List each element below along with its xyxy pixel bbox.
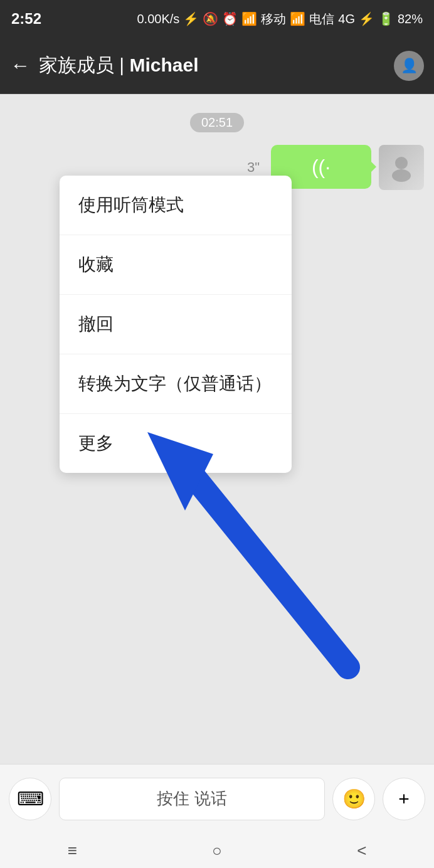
battery-percent: 82% [398,12,423,26]
signal-icon: 📶 [290,11,305,26]
timestamp-badge: 02:51 [0,113,434,132]
carrier1-label: 移动 [261,11,286,28]
nav-bar: ≡ ○ < [0,833,434,868]
emoji-icon: 🙂 [342,788,366,810]
avatar-silhouette-icon [386,152,417,183]
avatar-placeholder [379,145,424,190]
alarm-icon: ⏰ [222,11,238,26]
menu-item-revoke[interactable]: 撤回 [60,295,292,354]
status-icons: 0.00K/s ⚡ 🔕 ⏰ 📶 移动 📶 电信 4G ⚡ 🔋 82% [137,11,423,28]
silent-icon: 🔕 [203,11,218,26]
menu-item-convert[interactable]: 转换为文字（仅普通话） [60,354,292,414]
header: ← 家族成员 | Michael 👤 [0,38,434,94]
sender-avatar [379,145,424,190]
voice-input-button[interactable]: 按住 说话 [59,778,325,820]
network-speed: 0.00K/s [137,12,179,26]
menu-item-earpiece[interactable]: 使用听筒模式 [60,176,292,235]
bottom-bar: ⌨ 按住 说话 🙂 + [0,764,434,833]
back-button[interactable]: ← [10,54,30,77]
header-title-normal: 家族成员 [39,55,114,75]
header-title-bold: Michael [129,55,198,75]
header-title-separator: | [119,55,129,75]
svg-point-0 [395,157,408,169]
keyboard-icon: ⌨ [17,788,44,810]
wifi-icon: 📶 [241,11,257,26]
avatar-icon: 👤 [401,58,418,74]
network-type: 4G [338,12,355,26]
svg-point-1 [392,169,411,182]
nav-menu-button[interactable]: ≡ [68,841,77,860]
status-bar: 2:52 0.00K/s ⚡ 🔕 ⏰ 📶 移动 📶 电信 4G ⚡ 🔋 82% [0,0,434,38]
header-title: 家族成员 | Michael [39,53,394,78]
timestamp-label: 02:51 [190,113,244,132]
menu-item-more[interactable]: 更多 [60,414,292,473]
status-time: 2:52 [11,10,41,28]
emoji-button[interactable]: 🙂 [332,778,375,820]
add-icon: + [398,788,410,810]
voice-wave-icon: ((· [312,156,331,179]
header-avatar[interactable]: 👤 [394,51,424,81]
add-button[interactable]: + [383,778,425,820]
charging-icon: ⚡ [359,11,374,26]
nav-back-button[interactable]: < [357,841,366,860]
nav-home-button[interactable]: ○ [212,841,222,860]
svg-line-3 [187,468,348,667]
battery-icon: 🔋 [378,11,394,26]
carrier2-label: 电信 [309,11,334,28]
voice-input-label: 按住 说话 [157,788,226,810]
bluetooth-icon: ⚡ [183,11,199,26]
context-menu: 使用听筒模式 收藏 撤回 转换为文字（仅普通话） 更多 [60,176,292,473]
chat-area: 02:51 3" ((· 使用听筒模式 收藏 撤回 转换为文字（仅普通话） 更多 [0,94,434,764]
voice-duration: 3" [247,159,260,176]
menu-item-collect[interactable]: 收藏 [60,235,292,295]
keyboard-button[interactable]: ⌨ [9,778,51,820]
